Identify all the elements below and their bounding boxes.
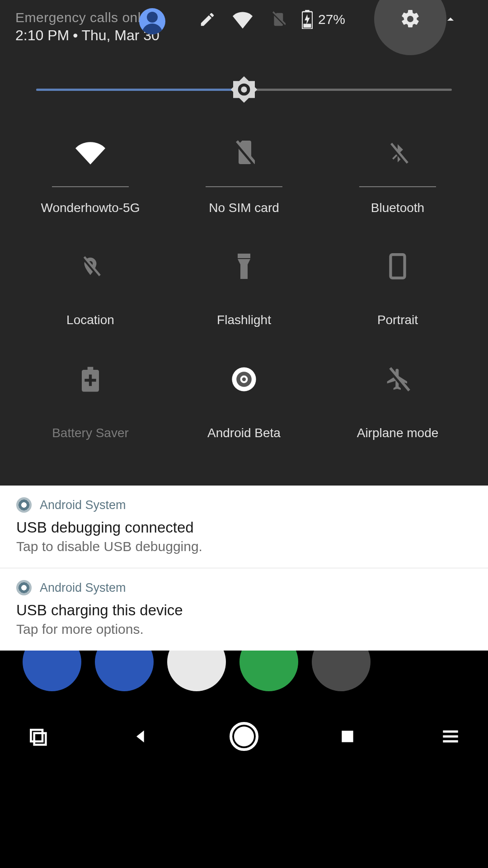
svg-rect-33: [443, 740, 458, 742]
svg-rect-21: [84, 379, 96, 382]
android-beta-icon: [228, 363, 260, 395]
airplane-off-icon: [382, 363, 413, 395]
svg-point-7: [241, 86, 247, 92]
slider-thumb[interactable]: [230, 75, 258, 104]
qs-tile-flashlight[interactable]: Flashlight: [167, 237, 321, 350]
recents-button[interactable]: [332, 721, 363, 752]
qs-tile-airplane-off[interactable]: Airplane mode: [321, 350, 474, 463]
tile-label: Flashlight: [217, 313, 271, 327]
time: 2:10 PM: [15, 27, 69, 43]
tile-label: Portrait: [377, 313, 418, 327]
tile-label: Wonderhowto-5G: [41, 201, 140, 215]
svg-rect-18: [88, 367, 94, 370]
qs-tile-bluetooth-off[interactable]: Bluetooth: [321, 124, 474, 237]
svg-rect-31: [443, 731, 458, 733]
tile-label: Android Beta: [207, 426, 281, 440]
svg-marker-15: [238, 259, 250, 279]
status-battery: 27%: [302, 10, 345, 29]
flashlight-icon: [228, 250, 260, 282]
dock-app[interactable]: [239, 651, 298, 691]
qs-tile-location-off[interactable]: Location: [14, 237, 167, 350]
user-avatar[interactable]: [139, 8, 165, 34]
slider-fill: [36, 89, 244, 91]
qs-tile-battery-saver[interactable]: Battery Saver: [14, 350, 167, 463]
quick-settings-header: Emergency calls only 2:10 PM•Thu, Mar 30: [0, 0, 488, 54]
notification-subtitle: Tap to disable USB debugging.: [16, 539, 472, 554]
portrait-icon: [382, 250, 413, 282]
tile-label: No SIM card: [209, 201, 279, 215]
settings-button[interactable]: [374, 0, 446, 55]
qs-tile-wifi[interactable]: Wonderhowto-5G: [14, 124, 167, 237]
tile-label: Airplane mode: [357, 426, 439, 440]
svg-rect-3: [305, 10, 310, 12]
quick-settings-tiles: Wonderhowto-5GNo SIM cardBluetoothLocati…: [0, 124, 488, 486]
wifi-icon: [75, 137, 106, 169]
svg-rect-32: [443, 736, 458, 738]
svg-rect-10: [389, 144, 407, 165]
notification-list: Android System USB debugging connected T…: [0, 486, 488, 651]
tile-divider: [52, 186, 129, 187]
notification-app-name: Android System: [40, 498, 126, 512]
recents-secondary-button[interactable]: [22, 721, 53, 752]
dock-app[interactable]: [95, 651, 154, 691]
battery-percent: 27%: [318, 12, 345, 27]
bluetooth-off-icon: [382, 137, 413, 169]
status-wifi-icon: [231, 8, 254, 31]
notification-title: USB debugging connected: [16, 519, 472, 536]
qs-tile-sim-off[interactable]: No SIM card: [167, 124, 321, 237]
navigation-bar: [0, 705, 488, 768]
tile-divider: [359, 186, 436, 187]
android-system-icon: [16, 497, 32, 513]
notification[interactable]: Android System USB charging this device …: [0, 568, 488, 651]
tile-divider: [206, 186, 282, 187]
svg-rect-17: [390, 255, 404, 278]
tile-label: Location: [66, 313, 114, 327]
sim-off-icon: [228, 137, 260, 169]
back-button[interactable]: [125, 721, 157, 752]
tile-label: Bluetooth: [371, 201, 424, 215]
svg-rect-28: [31, 730, 42, 741]
svg-rect-29: [34, 733, 46, 745]
notification-title: USB charging this device: [16, 602, 472, 619]
dock-app[interactable]: [23, 651, 81, 691]
dock-app[interactable]: [312, 651, 371, 691]
android-system-icon: [16, 580, 32, 595]
qs-tile-portrait[interactable]: Portrait: [321, 237, 474, 350]
edit-tiles-icon[interactable]: [196, 8, 219, 31]
home-button[interactable]: [228, 721, 260, 752]
qs-tile-android-beta[interactable]: Android Beta: [167, 350, 321, 463]
notification-app-name: Android System: [40, 581, 126, 595]
svg-point-25: [242, 377, 246, 381]
time-date[interactable]: 2:10 PM•Thu, Mar 30: [15, 27, 160, 44]
dock-app[interactable]: [167, 651, 226, 691]
battery-saver-icon: [75, 363, 106, 395]
dock-peek: [0, 651, 488, 705]
svg-rect-4: [303, 24, 311, 28]
tile-label: Battery Saver: [52, 426, 129, 440]
notification[interactable]: Android System USB debugging connected T…: [0, 486, 488, 568]
status-sim-off-icon: [267, 8, 289, 31]
menu-button[interactable]: [435, 721, 466, 752]
notification-subtitle: Tap for more options.: [16, 622, 472, 637]
svg-rect-30: [342, 731, 353, 742]
location-off-icon: [75, 250, 106, 282]
network-status: Emergency calls only: [15, 10, 160, 25]
svg-rect-14: [238, 254, 250, 258]
brightness-slider[interactable]: [36, 76, 452, 103]
